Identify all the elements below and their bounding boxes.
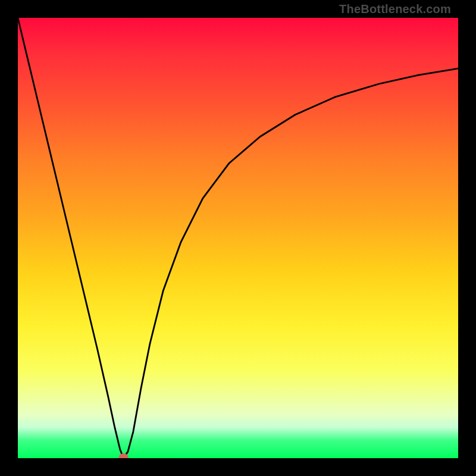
watermark-text: TheBottleneck.com <box>339 2 451 16</box>
bottleneck-curve <box>18 18 458 458</box>
plot-area <box>18 18 458 458</box>
chart-svg <box>18 18 458 458</box>
chart-frame: TheBottleneck.com <box>0 0 476 476</box>
